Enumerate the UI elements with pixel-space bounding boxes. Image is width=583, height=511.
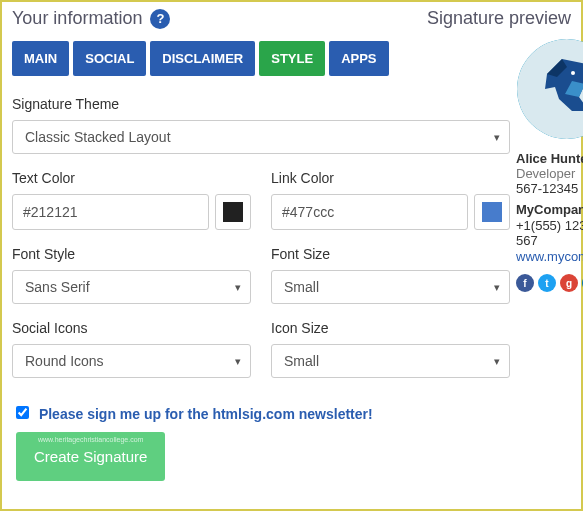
icon-size-select[interactable]: Small <box>271 344 510 378</box>
preview-website[interactable]: www.mycompany <box>516 249 583 264</box>
preview-role: Developer <box>516 166 575 181</box>
newsletter-checkbox[interactable] <box>16 406 29 419</box>
preview-phone: +1(555) 1234-567 <box>516 218 583 248</box>
preview-company: MyCompany <box>516 202 583 217</box>
preview-id: 567-12345 <box>516 181 583 196</box>
font-size-select[interactable]: Small <box>271 270 510 304</box>
newsletter-row: Please sign me up for the htmlsig.com ne… <box>2 394 581 432</box>
signature-preview: Alice Hunter / Developer 567-12345 MyCom… <box>516 151 583 292</box>
theme-select[interactable]: Classic Stacked Layout <box>12 120 510 154</box>
text-color-input[interactable] <box>12 194 209 230</box>
theme-label: Signature Theme <box>12 96 510 112</box>
bluejay-icon <box>517 39 583 139</box>
text-color-swatch-inner <box>223 202 243 222</box>
social-icons-select[interactable]: Round Icons <box>12 344 251 378</box>
icon-size-label: Icon Size <box>271 320 510 336</box>
facebook-icon[interactable]: f <box>516 274 534 292</box>
tabs: MAIN SOCIAL DISCLAIMER STYLE APPS <box>12 41 510 76</box>
create-button-label: Create Signature <box>34 448 147 465</box>
tab-main[interactable]: MAIN <box>12 41 69 76</box>
create-signature-button[interactable]: www.heritagechristiancollege.com Create … <box>16 432 165 481</box>
social-icons-label: Social Icons <box>12 320 251 336</box>
watermark: www.heritagechristiancollege.com <box>38 436 143 443</box>
tab-style[interactable]: STYLE <box>259 41 325 76</box>
font-size-label: Font Size <box>271 246 510 262</box>
newsletter-label: Please sign me up for the htmlsig.com ne… <box>39 406 373 422</box>
tab-disclaimer[interactable]: DISCLAIMER <box>150 41 255 76</box>
preview-name: Alice Hunter <box>516 151 583 166</box>
link-color-label: Link Color <box>271 170 510 186</box>
link-color-swatch-inner <box>482 202 502 222</box>
link-color-swatch[interactable] <box>474 194 510 230</box>
twitter-icon[interactable]: t <box>538 274 556 292</box>
svg-point-1 <box>571 71 575 75</box>
tab-apps[interactable]: APPS <box>329 41 388 76</box>
right-title: Signature preview <box>427 8 571 29</box>
text-color-label: Text Color <box>12 170 251 186</box>
help-icon[interactable]: ? <box>150 9 170 29</box>
font-style-select[interactable]: Sans Serif <box>12 270 251 304</box>
googleplus-icon[interactable]: g <box>560 274 578 292</box>
left-title-text: Your information <box>12 8 142 29</box>
avatar <box>517 39 583 139</box>
text-color-swatch[interactable] <box>215 194 251 230</box>
left-title: Your information ? <box>12 8 170 29</box>
font-style-label: Font Style <box>12 246 251 262</box>
link-color-input[interactable] <box>271 194 468 230</box>
tab-social[interactable]: SOCIAL <box>73 41 146 76</box>
